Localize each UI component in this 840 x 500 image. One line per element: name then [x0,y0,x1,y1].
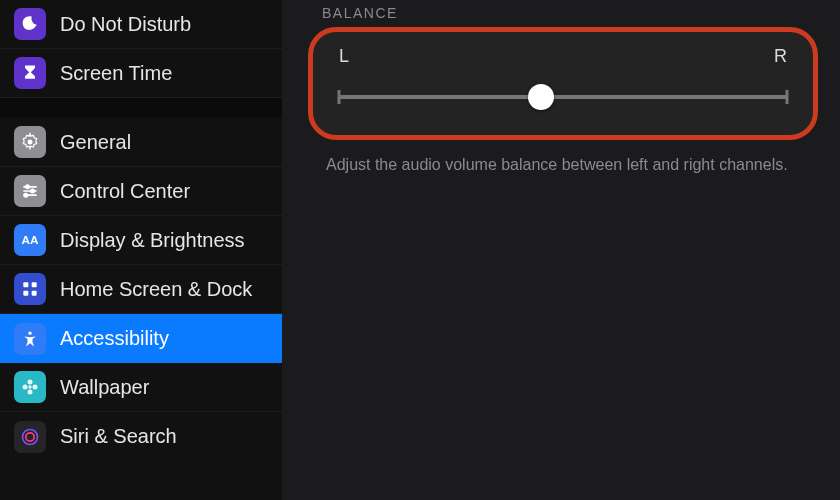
sidebar-item-control-center[interactable]: Control Center [0,167,282,216]
sidebar-item-label: Accessibility [60,327,268,350]
sidebar-item-display-brightness[interactable]: AA Display & Brightness [0,216,282,265]
svg-rect-5 [23,282,28,287]
svg-point-16 [26,432,34,440]
sidebar-item-wallpaper[interactable]: Wallpaper [0,363,282,412]
svg-point-2 [31,189,34,192]
balance-description: Adjust the audio volume balance between … [326,156,818,174]
balance-right-label: R [774,46,787,67]
slider-thumb[interactable] [528,84,554,110]
sidebar-item-general[interactable]: General [0,118,282,167]
svg-point-15 [23,429,38,444]
svg-point-13 [23,385,28,390]
detail-pane: BALANCE L R Adjust the audio volume bala… [282,0,840,500]
svg-rect-7 [23,291,28,296]
slider-track-line [339,95,787,99]
sidebar-item-label: Display & Brightness [60,229,268,252]
sliders-icon [14,175,46,207]
sidebar-item-siri-search[interactable]: Siri & Search [0,412,282,461]
svg-point-0 [28,140,33,145]
svg-point-14 [33,385,38,390]
svg-point-12 [28,390,33,395]
sidebar-item-home-screen-dock[interactable]: Home Screen & Dock [0,265,282,314]
siri-icon [14,421,46,453]
balance-slider[interactable] [339,85,787,109]
sidebar-item-label: General [60,131,268,154]
sidebar-item-do-not-disturb[interactable]: Do Not Disturb [0,0,282,49]
svg-point-11 [28,380,33,385]
svg-rect-6 [32,282,37,287]
gear-icon [14,126,46,158]
sidebar-item-screen-time[interactable]: Screen Time [0,49,282,98]
hourglass-icon [14,57,46,89]
sidebar-item-label: Screen Time [60,62,268,85]
svg-point-3 [24,194,27,197]
sidebar-group-spacer [0,98,282,118]
section-title-balance: BALANCE [322,5,818,21]
brightness-icon: AA [14,224,46,256]
sidebar-item-accessibility[interactable]: Accessibility [0,314,282,363]
sidebar-item-label: Do Not Disturb [60,13,268,36]
slider-tick-right [786,90,789,104]
slider-tick-left [338,90,341,104]
settings-sidebar: Do Not Disturb Screen Time General Contr… [0,0,282,500]
flower-icon [14,371,46,403]
balance-slider-highlight: L R [308,27,818,140]
svg-text:AA: AA [22,233,39,246]
grid-icon [14,273,46,305]
sidebar-item-label: Siri & Search [60,425,268,448]
svg-point-10 [28,385,31,388]
svg-point-9 [28,331,31,334]
svg-rect-8 [32,291,37,296]
svg-point-1 [26,185,29,188]
sidebar-item-label: Wallpaper [60,376,268,399]
sidebar-item-label: Home Screen & Dock [60,278,268,301]
balance-left-label: L [339,46,349,67]
sidebar-item-label: Control Center [60,180,268,203]
moon-icon [14,8,46,40]
accessibility-icon [14,323,46,355]
